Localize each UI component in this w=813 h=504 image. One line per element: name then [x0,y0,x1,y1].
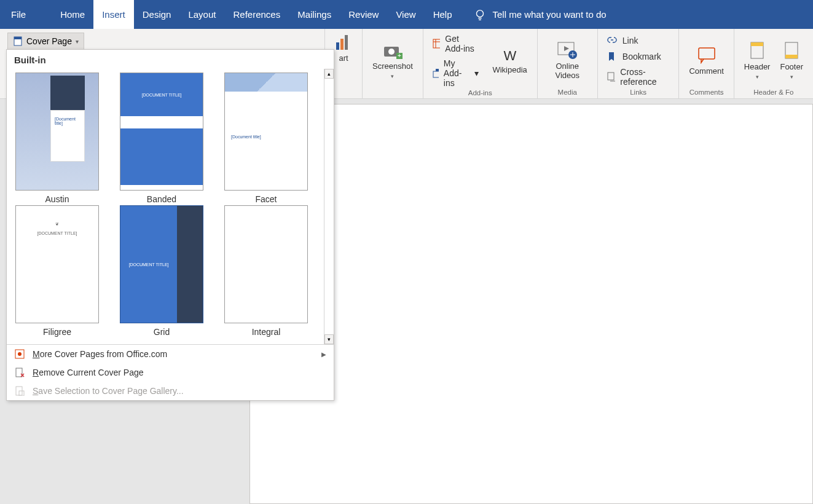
template-label: Integral [252,327,281,337]
wikipedia-icon: W [501,48,519,63]
cover-page-label: Cover Page [26,36,72,46]
more-cover-pages-item[interactable]: More Cover Pages from Office.com ▶ [7,345,334,363]
video-icon [557,41,578,60]
chevron-down-icon: ▾ [790,74,793,80]
tab-file[interactable]: File [0,0,37,29]
addin-icon [432,68,439,79]
template-label: Filigree [43,327,71,337]
header-button[interactable]: Header ▾ [740,40,774,81]
my-addins-button[interactable]: My Add-ins ▾ [430,57,482,89]
headerfooter-group-label: Header & Fo [753,89,793,97]
gallery-scrollbar[interactable]: ▴ ▾ [324,69,334,344]
cover-page-button[interactable]: Cover Page ▾ [7,33,84,50]
chevron-down-icon: ▾ [76,38,79,45]
remove-icon [14,367,25,378]
wikipedia-button[interactable]: W Wikipedia [489,47,530,76]
tell-me-label: Tell me what you want to do [493,9,607,20]
svg-text:+: + [398,52,401,59]
comments-group-label: Comments [689,89,724,97]
tab-view[interactable]: View [387,0,424,29]
crossref-icon [607,71,616,82]
tab-insert[interactable]: Insert [93,0,134,29]
more-label-rest: ore Cover Pages from Office.com [40,349,167,359]
bookmark-label: Bookmark [623,52,661,61]
tab-review[interactable]: Review [340,0,387,29]
link-button[interactable]: Link [604,34,641,47]
footer-label: Footer [780,62,803,71]
submenu-arrow-icon: ▶ [321,351,326,358]
save-selection-item: Save Selection to Cover Page Gallery... [7,382,334,400]
svg-rect-29 [16,368,22,377]
cover-template-grid[interactable]: [DOCUMENT TITLE] [120,205,203,323]
tab-references[interactable]: References [224,0,289,29]
screenshot-button[interactable]: + Screenshot ▾ [369,41,417,81]
header-icon [749,41,765,60]
scroll-up-arrow[interactable]: ▴ [324,69,334,79]
links-group-label: Links [630,89,646,97]
bookmark-icon [607,51,618,62]
header-label: Header [744,62,771,71]
svg-rect-22 [699,48,715,59]
media-group-label: Media [558,89,577,97]
svg-point-12 [388,49,395,55]
save-label-rest: ave Selection to Cover Page Gallery... [38,386,183,396]
store-icon [432,38,441,49]
tab-home[interactable]: Home [52,0,93,29]
template-label: Austin [45,194,69,204]
svg-rect-17 [436,69,439,71]
comment-button[interactable]: Comment [685,44,727,77]
tab-layout[interactable]: Layout [179,0,224,29]
chart-label-partial: art [339,53,348,63]
camera-icon: + [383,42,403,59]
crossref-label: Cross-reference [620,67,670,87]
template-label: Facet [255,194,277,204]
remove-label-rest: emove Current Cover Page [39,368,143,377]
chevron-down-icon: ▾ [391,73,394,79]
svg-rect-10 [345,35,348,50]
cover-page-dropdown: Built-in [Document title] Austin [DOCUME… [6,49,334,401]
chart-icon [335,34,352,51]
remove-cover-page-item[interactable]: Remove Current Cover Page [7,363,334,382]
svg-rect-9 [340,39,344,50]
link-label: Link [623,36,638,45]
tell-me-search[interactable]: Tell me what you want to do [473,0,607,29]
cover-template-banded[interactable]: [DOCUMENT TITLE] [120,73,203,191]
svg-rect-24 [751,42,763,46]
link-icon [607,35,618,46]
scroll-down-arrow[interactable]: ▾ [324,334,334,344]
svg-rect-21 [608,73,614,80]
comment-icon [696,45,717,64]
screenshot-label: Screenshot [372,61,413,71]
cross-reference-button[interactable]: Cross-reference [604,66,673,88]
svg-rect-2 [14,37,22,39]
svg-rect-15 [433,39,441,48]
tab-help[interactable]: Help [425,0,461,29]
my-addins-label: My Add-ins [444,58,470,88]
ribbon-tabs: File Home Insert Design Layout Reference… [0,0,813,29]
office-icon [14,348,25,360]
cover-template-filigree[interactable]: ❦[DOCUMENT TITLE] [15,205,99,323]
tab-design[interactable]: Design [134,0,180,29]
online-videos-button[interactable]: Online Videos [544,40,591,81]
online-videos-label: Online Videos [548,62,587,80]
chevron-down-icon: ▾ [474,68,479,78]
cover-template-facet[interactable]: [Document title] [224,73,308,191]
save-gallery-icon [14,385,25,396]
get-addins-button[interactable]: Get Add-ins [430,33,482,55]
template-label: Grid [154,327,170,337]
dropdown-section-header: Built-in [7,50,334,69]
bookmark-button[interactable]: Bookmark [604,50,664,63]
wikipedia-label: Wikipedia [492,65,527,74]
svg-text:W: W [503,48,516,63]
lightbulb-icon [473,8,487,22]
comment-label: Comment [689,66,723,76]
cover-template-austin[interactable]: [Document title] [15,73,99,191]
svg-rect-26 [785,55,798,58]
tab-mailings[interactable]: Mailings [289,0,340,29]
chevron-down-icon: ▾ [756,74,759,80]
svg-point-0 [476,10,483,17]
chart-button-partial[interactable]: art [331,33,356,64]
template-label: Banded [147,194,176,204]
cover-template-integral[interactable] [224,205,308,323]
footer-button[interactable]: Footer ▾ [776,40,807,81]
